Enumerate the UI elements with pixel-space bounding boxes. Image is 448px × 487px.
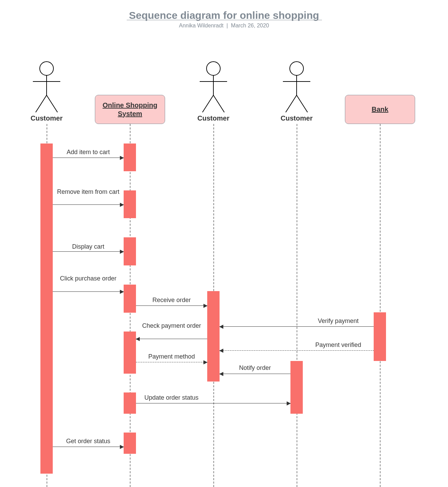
message-arrow: [136, 362, 207, 362]
stick-figure-icon: [283, 61, 310, 112]
svg-line-13: [286, 95, 297, 112]
actor-label: Customer: [276, 114, 317, 122]
message-label: Payment method: [136, 353, 207, 361]
message-label: Receive order: [136, 297, 207, 304]
diagram-date: March 26, 2020: [231, 23, 269, 28]
activation-system: [124, 332, 136, 374]
message-label: Verify payment: [303, 317, 374, 325]
activation-customer-1: [40, 143, 53, 474]
diagram-subtitle: Annika Wildenradt | March 26, 2020: [0, 23, 448, 29]
svg-line-14: [297, 95, 308, 112]
subtitle-sep: |: [225, 23, 231, 28]
actor-customer-4: Customer: [276, 61, 317, 122]
message-arrow: [136, 403, 290, 403]
object-label: Online Shopping System: [100, 101, 160, 118]
message-arrow: [220, 326, 374, 327]
stick-figure-icon: [200, 61, 227, 112]
sequence-diagram: Sequence diagram for online shopping Ann…: [0, 0, 448, 487]
message-arrow: [136, 339, 207, 339]
author-name: Annika Wildenradt: [179, 23, 224, 28]
activation-system: [124, 237, 136, 265]
message-arrow: [53, 251, 124, 252]
message-label: Get order status: [53, 438, 124, 445]
object-label: Bank: [372, 105, 388, 114]
actor-label: Customer: [193, 114, 234, 122]
activation-system: [124, 143, 136, 171]
message-arrow: [53, 158, 124, 158]
actor-customer-1: Customer: [26, 61, 67, 122]
svg-line-8: [202, 95, 213, 112]
message-label: Click purchase order: [53, 275, 124, 283]
message-label: Payment verified: [303, 341, 374, 349]
svg-line-4: [47, 95, 58, 112]
message-arrow: [220, 350, 374, 351]
message-label: Notify order: [220, 364, 290, 372]
activation-customer-3: [207, 291, 220, 382]
activation-bank: [374, 312, 386, 361]
actor-label: Customer: [26, 114, 67, 122]
lifeline-bank: [380, 124, 381, 487]
message-arrow: [53, 447, 124, 447]
svg-point-10: [290, 62, 303, 75]
message-arrow: [53, 291, 124, 292]
message-arrow: [53, 204, 124, 205]
svg-line-9: [213, 95, 224, 112]
message-label: Remove item from cart: [53, 188, 124, 196]
message-arrow: [220, 374, 290, 374]
message-label: Display cart: [53, 243, 124, 251]
actor-customer-3: Customer: [193, 61, 234, 122]
activation-customer-4: [290, 361, 303, 414]
title-rule: [127, 20, 322, 20]
object-bank: Bank: [345, 95, 415, 124]
message-arrow: [136, 305, 207, 306]
message-label: Check payment order: [136, 322, 207, 330]
stick-figure-icon: [33, 61, 60, 112]
svg-point-5: [207, 62, 220, 75]
activation-system: [124, 190, 136, 218]
svg-line-3: [36, 95, 47, 112]
object-online-shopping-system: Online Shopping System: [95, 95, 165, 124]
activation-system: [124, 392, 136, 414]
lifeline-customer-4: [297, 124, 297, 487]
activation-system: [124, 285, 136, 313]
activation-system: [124, 433, 136, 454]
message-label: Add item to cart: [53, 149, 124, 156]
svg-point-0: [40, 62, 53, 75]
diagram-title: Sequence diagram for online shopping: [0, 10, 448, 21]
message-label: Update order status: [136, 394, 207, 402]
